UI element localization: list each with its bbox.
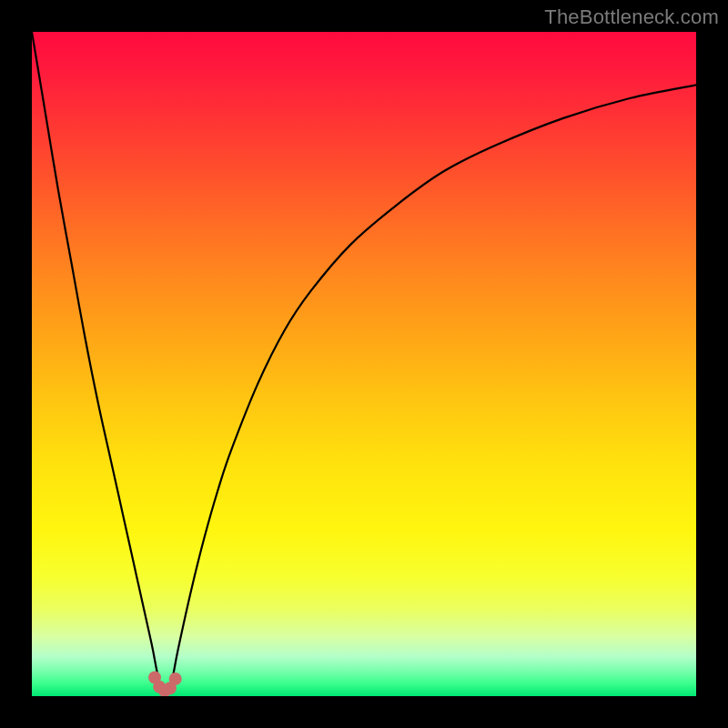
chart-frame: TheBottleneck.com [0, 0, 728, 728]
watermark-text: TheBottleneck.com [544, 5, 719, 29]
bottleneck-curve [32, 32, 696, 696]
minimum-marker-group [148, 672, 182, 696]
curve-layer [32, 32, 696, 696]
plot-area [32, 32, 696, 696]
minimum-marker [169, 672, 182, 685]
